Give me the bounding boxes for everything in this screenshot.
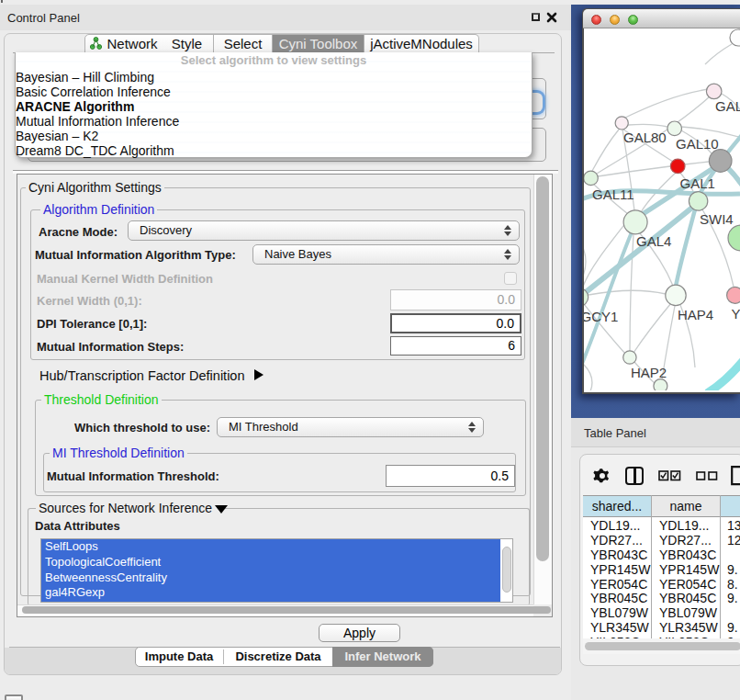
svg-text:HAP4: HAP4	[678, 307, 713, 322]
svg-text:GAL10: GAL10	[676, 136, 719, 152]
svg-text:GAL7: GAL7	[715, 98, 740, 114]
svg-text:GAL80: GAL80	[623, 130, 667, 145]
svg-text:Y: Y	[732, 306, 740, 322]
svg-text:GAL1: GAL1	[680, 175, 715, 191]
svg-text:SWI4: SWI4	[700, 211, 734, 227]
svg-text:GAL11: GAL11	[592, 186, 634, 202]
svg-text:GCY1: GCY1	[584, 309, 618, 324]
svg-text:GAL4: GAL4	[636, 233, 671, 249]
svg-text:HAP2: HAP2	[631, 365, 667, 380]
